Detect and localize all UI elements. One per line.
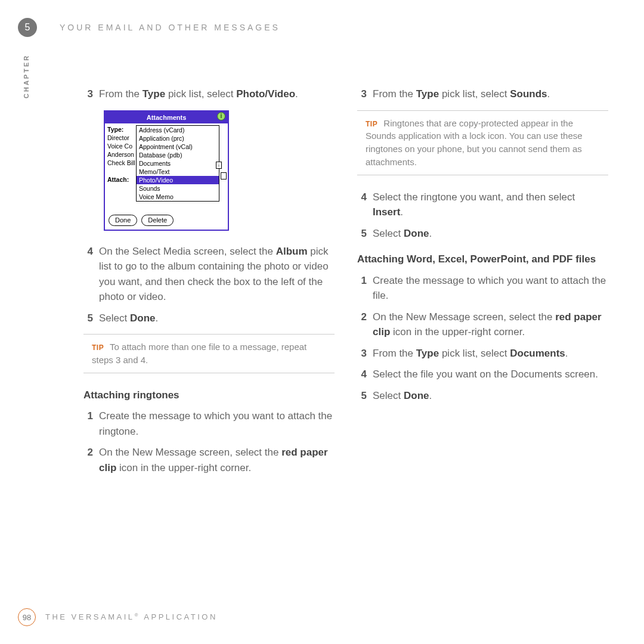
doc-step-1: 1 Create the message to which you want t… [357, 273, 608, 304]
t: On the Select Media screen, select the [99, 246, 276, 257]
done-button[interactable]: Done [109, 215, 137, 226]
dropdown-option[interactable]: Documents [137, 159, 219, 168]
tip-text: Ringtones that are copy-protected appear… [366, 118, 583, 167]
dropdown-option-selected[interactable]: Photo/Video [137, 176, 219, 184]
step-text: Create the message to which you want to … [99, 408, 335, 439]
page-header: YOUR EMAIL AND OTHER MESSAGES [60, 23, 280, 32]
section-heading-ringtones: Attaching ringtones [83, 388, 335, 403]
dropdown-option[interactable]: Voice Memo [137, 193, 219, 201]
t: icon in the upper-right corner. [116, 462, 251, 473]
t: pick list, select [439, 88, 510, 100]
t: Select [99, 312, 130, 324]
dropdown-arrow-icon[interactable]: ↓ [216, 162, 222, 169]
dropdown-option[interactable]: Memo/Text [137, 168, 219, 176]
dropdown-option[interactable]: Database (pdb) [137, 151, 219, 159]
page-body: 3 From the Type pick list, select Photo/… [83, 86, 608, 596]
step-4-right: 4 Select the ringtone you want, and then… [357, 190, 608, 220]
t: Select [373, 390, 404, 401]
dropdown-option[interactable]: Sounds [137, 184, 219, 193]
row-label: Voice Co [107, 142, 135, 150]
t: Sounds [510, 88, 547, 100]
delete-button[interactable]: Delete [141, 215, 174, 226]
t: Type [143, 88, 165, 100]
t: . [429, 228, 432, 239]
left-column: 3 From the Type pick list, select Photo/… [83, 86, 335, 596]
tip-box: TIP To attach more than one file to a me… [83, 334, 335, 373]
chapter-label: CHAPTER [23, 54, 30, 98]
footer-text: THE VERSAMAIL® APPLICATION [45, 612, 218, 621]
t: On the New Message screen, select the [99, 447, 281, 458]
dropdown-option[interactable]: Appointment (vCal) [137, 143, 219, 151]
t: . [565, 348, 568, 359]
t: From the [99, 88, 143, 100]
t: From the [373, 348, 416, 359]
dialog-body: Type: Director Voice Co Anderson Check B… [105, 123, 228, 212]
page-number: 98 [18, 608, 36, 626]
step-number: 5 [357, 226, 373, 242]
t: Insert [373, 206, 400, 218]
tip-label: TIP [366, 120, 377, 128]
doc-step-4: 4 Select the file you want on the Docume… [357, 367, 608, 382]
dropdown-option[interactable]: Application (prc) [137, 134, 219, 143]
step-text: Select Done. [373, 388, 608, 404]
t: pick list, select [439, 348, 510, 359]
step-number: 4 [83, 244, 99, 305]
step-number: 3 [357, 346, 373, 361]
t: Done [404, 390, 429, 401]
step-text: Select the file you want on the Document… [373, 367, 608, 382]
step-3-right: 3 From the Type pick list, select Sounds… [357, 86, 608, 102]
t: Select the ringtone you want, and then s… [373, 191, 575, 203]
step-text: Select Done. [373, 226, 608, 242]
type-dropdown[interactable]: Address (vCard) Application (prc) Appoin… [136, 125, 219, 202]
right-column: 3 From the Type pick list, select Sounds… [357, 86, 608, 596]
step-text: On the New Message screen, select the re… [99, 445, 335, 475]
step-number: 4 [357, 367, 373, 382]
t: . [429, 390, 432, 401]
t: Photo/Video [236, 88, 295, 100]
step-number: 5 [83, 311, 99, 326]
dropdown-option[interactable]: Address (vCard) [137, 126, 219, 134]
section-heading-docs: Attaching Word, Excel, PowerPoint, and P… [357, 252, 608, 267]
step-number: 3 [83, 86, 99, 102]
t: APPLICATION [140, 613, 218, 622]
registered-icon: ® [135, 612, 140, 618]
chapter-number: 5 [25, 22, 30, 33]
step-5-right: 5 Select Done. [357, 226, 608, 242]
t: On the New Message screen, select the [373, 311, 555, 323]
tip-text: To attach more than one file to a messag… [92, 342, 306, 365]
t: . [295, 88, 298, 100]
t: pick list, select [165, 88, 236, 100]
attach-label: Attach: [107, 175, 135, 184]
step-number: 3 [357, 86, 373, 102]
row-label: Anderson [107, 150, 135, 159]
tip-box-right: TIP Ringtones that are copy-protected ap… [357, 110, 608, 175]
info-icon[interactable]: i [217, 112, 225, 120]
step-4-left: 4 On the Select Media screen, select the… [83, 244, 335, 305]
chapter-badge: 5 [18, 18, 37, 37]
step-text: On the New Message screen, select the re… [373, 309, 608, 340]
step-number: 1 [83, 408, 99, 439]
step-text: Create the message to which you want to … [373, 273, 608, 304]
step-number: 1 [357, 273, 373, 304]
dialog-buttons: Done Delete [105, 212, 228, 230]
doc-step-2: 2 On the New Message screen, select the … [357, 309, 608, 340]
page-number-text: 98 [23, 613, 31, 622]
row-label: Director [107, 134, 135, 142]
attachments-dialog: Attachments i Type: Director Voice Co An… [104, 110, 229, 231]
t: Done [130, 312, 156, 324]
dialog-title: Attachments [147, 114, 187, 121]
t: Done [404, 228, 429, 239]
t: Select [373, 228, 404, 239]
step-text: On the Select Media screen, select the A… [99, 244, 335, 305]
step-text: Select the ringtone you want, and then s… [373, 190, 608, 220]
t: icon in the upper-right corner. [390, 326, 525, 338]
ring-step-2: 2 On the New Message screen, select the … [83, 445, 335, 475]
t: From the [373, 88, 416, 100]
step-number: 2 [357, 309, 373, 340]
t: . [155, 312, 158, 324]
step-number: 2 [83, 445, 99, 475]
doc-step-5: 5 Select Done. [357, 388, 608, 404]
step-text: From the Type pick list, select Document… [373, 346, 608, 361]
t: Type [416, 348, 439, 359]
scroll-thumb[interactable] [221, 172, 227, 179]
